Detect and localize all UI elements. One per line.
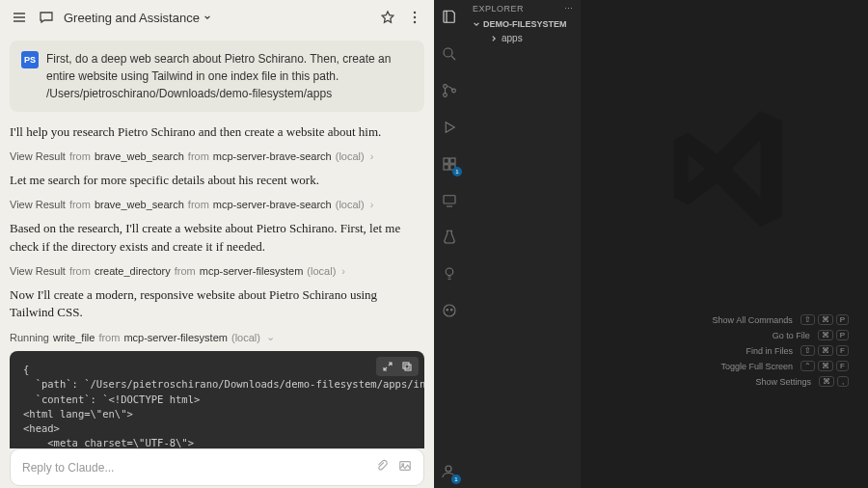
- assistant-text: Based on the research, I'll create a web…: [10, 220, 424, 255]
- menu-icon[interactable]: [10, 8, 29, 27]
- shortcut-row: Show All Commands ⇧⌘P: [713, 314, 849, 325]
- svg-point-24: [451, 310, 453, 312]
- chat-icon[interactable]: [37, 8, 56, 27]
- assistant-text: I'll help you research Pietro Schirano a…: [10, 123, 424, 141]
- svg-point-23: [447, 310, 448, 312]
- more-icon[interactable]: ⋯: [564, 4, 574, 14]
- chat-header: Greeting and Assistance: [0, 0, 434, 35]
- more-icon[interactable]: [405, 8, 424, 27]
- svg-rect-17: [444, 165, 448, 170]
- chevron-right-icon: [490, 35, 498, 42]
- shortcut-row: Toggle Full Screen ⌃⌘F: [713, 361, 849, 371]
- testing-icon[interactable]: [440, 228, 459, 247]
- reply-placeholder: Reply to Claude...: [22, 461, 114, 474]
- star-icon[interactable]: [378, 8, 397, 27]
- svg-point-5: [414, 21, 416, 23]
- source-control-icon[interactable]: [440, 81, 459, 100]
- user-message-text: First, do a deep web search about Pietro…: [46, 50, 413, 102]
- vscode-pane: 1 EXPLORER ⋯ DEMO-FILESYSTEM apps: [434, 0, 868, 488]
- tool-running[interactable]: Running write_file from mcp-server-files…: [10, 331, 424, 343]
- explorer-header: EXPLORER ⋯: [465, 0, 581, 17]
- code-toolbar: [376, 357, 419, 376]
- shortcut-row: Go to File ⌘P: [713, 330, 849, 340]
- svg-point-3: [414, 12, 416, 14]
- expand-icon[interactable]: [381, 360, 394, 373]
- tool-result[interactable]: View Result from brave_web_search from m…: [10, 150, 424, 162]
- lightbulb-icon[interactable]: [440, 264, 459, 284]
- svg-point-22: [444, 305, 455, 316]
- editor-area: Show All Commands ⇧⌘P Go to File ⌘P Find…: [581, 0, 868, 488]
- account-icon[interactable]: 1: [440, 463, 459, 482]
- chevron-right-icon: ›: [370, 199, 374, 210]
- code-block: { `path`: `/Users/pietroschirano/Downloa…: [10, 351, 424, 448]
- svg-rect-7: [405, 365, 411, 370]
- assistant-text: Let me search for more specific details …: [10, 172, 424, 189]
- copy-icon[interactable]: [400, 360, 414, 373]
- chat-pane: Greeting and Assistance PS First, do a d…: [0, 0, 434, 488]
- vscode-logo: [652, 96, 797, 245]
- side-panel: EXPLORER ⋯ DEMO-FILESYSTEM apps: [465, 0, 581, 488]
- remote-icon[interactable]: [440, 191, 459, 210]
- badge: 1: [451, 474, 461, 484]
- shortcut-row: Find in Files ⇧⌘F: [713, 345, 849, 356]
- svg-point-13: [444, 94, 448, 97]
- debug-icon[interactable]: [440, 118, 459, 137]
- shortcuts-list: Show All Commands ⇧⌘P Go to File ⌘P Find…: [713, 310, 849, 392]
- image-icon[interactable]: [398, 459, 412, 475]
- svg-rect-15: [444, 158, 448, 163]
- tool-result[interactable]: View Result from brave_web_search from m…: [10, 199, 424, 210]
- activity-bar: 1: [434, 0, 465, 488]
- attach-icon[interactable]: [375, 459, 389, 475]
- chevron-right-icon: ›: [370, 150, 374, 162]
- svg-rect-19: [444, 196, 455, 203]
- svg-point-10: [444, 48, 452, 57]
- code-content: { `path`: `/Users/pietroschirano/Downloa…: [10, 351, 424, 448]
- shortcut-row: Show Settings ⌘,: [713, 376, 849, 387]
- svg-line-11: [451, 56, 455, 60]
- svg-rect-6: [403, 363, 409, 368]
- svg-point-25: [446, 466, 451, 472]
- folder-item[interactable]: apps: [465, 31, 581, 45]
- user-message: PS First, do a deep web search about Pie…: [10, 41, 424, 112]
- assistant-text: Now I'll create a modern, responsive web…: [10, 286, 424, 321]
- chat-title[interactable]: Greeting and Assistance: [64, 11, 370, 25]
- chat-body: PS First, do a deep web search about Pie…: [0, 35, 434, 448]
- chevron-down-icon: [473, 20, 480, 28]
- copilot-icon[interactable]: [440, 301, 459, 320]
- workspace-section[interactable]: DEMO-FILESYSTEM: [465, 17, 581, 31]
- reply-input[interactable]: Reply to Claude...: [10, 448, 424, 486]
- chevron-down-icon: ⌄: [266, 331, 275, 343]
- svg-point-21: [446, 268, 453, 276]
- extensions-icon[interactable]: 1: [440, 154, 459, 174]
- avatar: PS: [21, 51, 39, 68]
- tool-result[interactable]: View Result from create_directory from m…: [10, 265, 424, 277]
- svg-point-12: [444, 85, 448, 89]
- svg-point-9: [402, 464, 404, 466]
- badge: 1: [452, 167, 462, 176]
- chat-title-text: Greeting and Assistance: [64, 11, 200, 25]
- search-icon[interactable]: [440, 44, 459, 64]
- svg-point-4: [414, 16, 416, 18]
- chevron-right-icon: ›: [341, 265, 345, 277]
- chevron-down-icon: [203, 14, 211, 21]
- explorer-icon[interactable]: [440, 8, 459, 27]
- svg-rect-16: [450, 158, 455, 163]
